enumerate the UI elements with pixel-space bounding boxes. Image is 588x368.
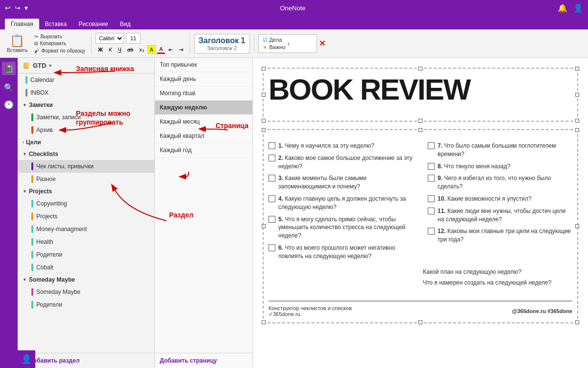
sidebar-item-someday[interactable]: Someday Maybe	[18, 286, 154, 298]
page-item-every-month[interactable]: Каждый месяц	[155, 115, 252, 129]
sidebar-item-money[interactable]: Money-managment	[18, 223, 154, 236]
page-item-every-quarter[interactable]: Каждый квартал	[155, 129, 252, 143]
sidebar-item-copywriting[interactable]: Copywriting	[18, 197, 154, 210]
section-color-bar	[31, 263, 33, 271]
tasks-item-2: ★ Важно	[263, 44, 286, 51]
sidebar-item-cobalt[interactable]: Cobalt	[18, 261, 154, 274]
checkbox-9[interactable]	[428, 175, 435, 182]
sidebar-group-someday[interactable]: ▼ Someday Maybe	[18, 274, 154, 286]
page-item-morning-ritual[interactable]: Morning ritual	[155, 86, 252, 101]
check-item-10: 10. Какие возможности я упустил?	[428, 193, 572, 205]
notebooks-icon[interactable]: 📓	[2, 62, 16, 75]
page-title-text: BOOK REVIEW	[269, 74, 572, 106]
copy-button[interactable]: ⧉ Копировать	[32, 40, 87, 47]
format-painter-button[interactable]: 🖌 Формат по образцу	[32, 48, 87, 54]
tasks-group: ☑ Дела ★ Важно › ✕	[258, 34, 329, 53]
chevron-down-icon: ▼	[23, 103, 27, 107]
sidebar-item-inbox[interactable]: INBOX	[18, 86, 154, 99]
indent-right-button[interactable]: ⇥	[176, 45, 186, 54]
notify-icon[interactable]: 🔔	[558, 3, 567, 13]
ribbon-tabs: Главная Вставка Рисование Вид	[0, 16, 588, 29]
sidebar-group-checklists[interactable]: ▼ Checklists	[18, 148, 154, 160]
extra-left	[269, 268, 418, 286]
chevron-down-icon: ▼	[23, 152, 27, 157]
check-item-8: 8. Что тянуло меня назад?	[428, 160, 572, 173]
page-item-every-day[interactable]: Каждый день	[155, 72, 252, 86]
history-icon[interactable]: 🕐	[4, 100, 14, 109]
checklist-grid: 1. Чему я научился за эту неделю? 2. Как…	[269, 140, 572, 263]
section-color-bar	[31, 126, 33, 134]
sidebar-item-notes[interactable]: Заметки, записи	[18, 111, 154, 124]
paste-label: Вставить	[7, 48, 27, 53]
checkbox-6[interactable]	[269, 244, 275, 251]
checkbox-1[interactable]	[269, 142, 275, 149]
search-icon[interactable]: 🔍	[4, 83, 14, 92]
chevron-down-icon: ▼	[23, 189, 27, 194]
section-color-bar	[25, 89, 27, 97]
handle-bm	[418, 320, 422, 324]
sidebar-item-health[interactable]: Health	[18, 236, 154, 248]
checkbox-7[interactable]	[428, 142, 435, 149]
user-icon[interactable]: 👤	[573, 3, 583, 13]
tasks-item-1: ☑ Дела	[263, 37, 286, 43]
italic-button[interactable]: К	[106, 45, 114, 54]
add-page-button[interactable]: Добавить страницу	[155, 353, 252, 368]
checkbox-10[interactable]	[428, 195, 435, 202]
checkbox-12[interactable]	[428, 228, 435, 235]
page-item-every-week[interactable]: Каждую неделю	[155, 101, 252, 115]
sidebar-item-misc[interactable]: Разное	[18, 173, 154, 185]
checkbox-5[interactable]	[269, 216, 275, 223]
checkbox-4[interactable]	[269, 195, 275, 202]
strikethrough-button[interactable]: ab	[125, 45, 136, 54]
left-icon-strip: 📓 🔍 🕐	[0, 58, 18, 368]
sidebar-item-archive[interactable]: Архив	[18, 124, 154, 136]
check-item-12: 12. Каковы мои главные три цели на следу…	[428, 225, 572, 246]
cut-button[interactable]: ✂ Вырезать	[32, 33, 87, 40]
user-avatar[interactable]: 👤	[18, 350, 35, 368]
bold-button[interactable]: Ж	[96, 45, 105, 54]
close-button[interactable]: ✕	[319, 39, 325, 48]
sidebar-group-notes[interactable]: ▼ Заметки	[18, 99, 154, 111]
tab-home[interactable]: Главная	[5, 19, 39, 29]
paste-button[interactable]: 📋 Вставить	[4, 33, 30, 54]
ribbon-toolbar: 📋 Вставить ✂ Вырезать ⧉ Копировать 🖌 Фор…	[0, 29, 588, 58]
subscript-button[interactable]: x₁	[137, 45, 147, 54]
dropdown-button[interactable]: ▾	[24, 4, 28, 12]
font-family-select[interactable]: Calibri	[96, 33, 124, 44]
check-item-3: 3. Какие моменты были самыми запоминающи…	[269, 172, 413, 193]
undo-button[interactable]: ↩	[5, 4, 11, 12]
notebook-header[interactable]: 📒 GTD ▾	[18, 58, 154, 74]
checkbox-11[interactable]	[428, 208, 435, 214]
handle-ml	[262, 224, 266, 228]
sidebar-item-calendar[interactable]: Calendar	[18, 74, 154, 86]
underline-button[interactable]: Ч	[116, 45, 124, 54]
font-group: Calibri Ж К Ч ab x₁ A A ⇤ ⇥	[96, 33, 190, 54]
tasks-arrow-button[interactable]: ›	[288, 40, 290, 48]
checkbox-8[interactable]	[428, 163, 435, 170]
highlight-button[interactable]: A	[147, 45, 156, 54]
tasks-dropdown[interactable]: ☑ Дела ★ Важно ›	[258, 34, 317, 53]
tab-insert[interactable]: Вставка	[39, 19, 73, 29]
sidebar-item-parents2[interactable]: Родители	[18, 298, 154, 311]
checkbox-3[interactable]	[269, 175, 275, 182]
font-size-input[interactable]	[126, 33, 141, 44]
indent-left-button[interactable]: ⇤	[166, 45, 175, 54]
paste-icon: 📋	[10, 34, 24, 48]
page-item-every-year[interactable]: Каждый год	[155, 143, 252, 158]
main-layout: 📓 🔍 🕐 📒 GTD ▾ Calendar INBOX ▼ Заметки	[0, 58, 588, 368]
sidebar-item-parents1[interactable]: Родители	[18, 248, 154, 261]
sidebar-item-checklists[interactable]: Чек листы, привычки	[18, 160, 154, 173]
sidebar-group-goals[interactable]: › Цели	[18, 136, 154, 148]
font-color-button[interactable]: A	[157, 45, 165, 54]
sidebar-group-projects[interactable]: ▼ Projects	[18, 185, 154, 197]
heading1-button[interactable]: Заголовок 1 Заголовок 2	[194, 34, 249, 53]
sidebar-item-projects[interactable]: Projects	[18, 210, 154, 223]
redo-button[interactable]: ↪	[15, 4, 21, 12]
tab-draw[interactable]: Рисование	[73, 19, 114, 29]
handle-tr	[575, 67, 579, 71]
page-item-top-habits[interactable]: Топ привычек	[155, 58, 252, 72]
title-bar-right: 🔔 👤	[558, 3, 583, 13]
add-section-button[interactable]: + Добавить раздел	[18, 353, 154, 368]
tab-view[interactable]: Вид	[114, 19, 137, 29]
checkbox-2[interactable]	[269, 155, 275, 161]
